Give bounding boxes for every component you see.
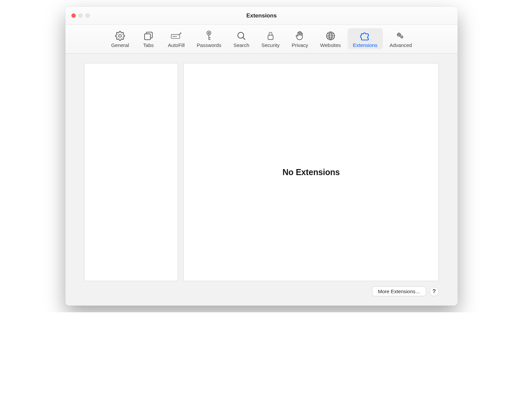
search-icon — [236, 30, 247, 42]
zoom-window-button[interactable] — [85, 13, 90, 18]
key-icon — [203, 30, 215, 42]
minimize-window-button[interactable] — [78, 13, 83, 18]
titlebar: Extensions — [65, 7, 458, 25]
svg-rect-9 — [268, 35, 273, 40]
tab-label: AutoFill — [168, 42, 185, 48]
hand-icon — [294, 30, 305, 42]
preferences-toolbar: General Tabs AutoFill Passwords — [65, 25, 458, 54]
puzzle-icon — [359, 30, 371, 42]
tab-label: Security — [262, 42, 280, 48]
svg-rect-1 — [144, 34, 151, 40]
bottom-row: More Extensions… ? — [84, 281, 439, 298]
preferences-window: Extensions General Tabs AutoFill — [65, 7, 458, 306]
gear-icon — [114, 30, 126, 42]
tabs-icon — [143, 30, 154, 42]
content-area: No Extensions More Extensions… ? — [65, 54, 458, 306]
tab-general[interactable]: General — [106, 28, 134, 49]
tab-label: General — [111, 42, 129, 48]
tab-search[interactable]: Search — [228, 28, 255, 49]
window-title: Extensions — [246, 12, 277, 19]
tab-privacy[interactable]: Privacy — [286, 28, 313, 49]
lock-icon — [265, 30, 276, 42]
tab-autofill[interactable]: AutoFill — [163, 28, 190, 49]
svg-point-0 — [119, 35, 121, 37]
panels: No Extensions — [84, 63, 439, 281]
tab-label: Search — [233, 42, 249, 48]
tab-passwords[interactable]: Passwords — [191, 28, 227, 49]
extensions-detail-panel: No Extensions — [183, 63, 439, 281]
tab-advanced[interactable]: Advanced — [384, 28, 417, 49]
gears-icon — [395, 30, 406, 42]
tab-security[interactable]: Security — [256, 28, 285, 49]
svg-point-5 — [176, 36, 176, 37]
empty-state-message: No Extensions — [282, 167, 340, 177]
svg-point-7 — [209, 32, 210, 34]
tab-label: Tabs — [143, 42, 154, 48]
autofill-icon — [171, 30, 182, 42]
extensions-sidebar[interactable] — [84, 63, 178, 281]
globe-icon — [325, 30, 336, 42]
tab-tabs[interactable]: Tabs — [136, 28, 161, 49]
tab-label: Passwords — [197, 42, 221, 48]
svg-point-3 — [173, 36, 174, 37]
close-window-button[interactable] — [71, 13, 76, 18]
tab-label: Advanced — [390, 42, 412, 48]
svg-point-4 — [174, 36, 175, 37]
tab-label: Websites — [320, 42, 341, 48]
svg-point-6 — [207, 31, 211, 35]
more-extensions-button[interactable]: More Extensions… — [372, 286, 426, 296]
help-button[interactable]: ? — [429, 287, 439, 296]
tab-label: Extensions — [353, 42, 377, 48]
traffic-lights — [71, 13, 90, 18]
tab-extensions[interactable]: Extensions — [348, 28, 383, 49]
tab-websites[interactable]: Websites — [315, 28, 346, 49]
tab-label: Privacy — [292, 42, 308, 48]
